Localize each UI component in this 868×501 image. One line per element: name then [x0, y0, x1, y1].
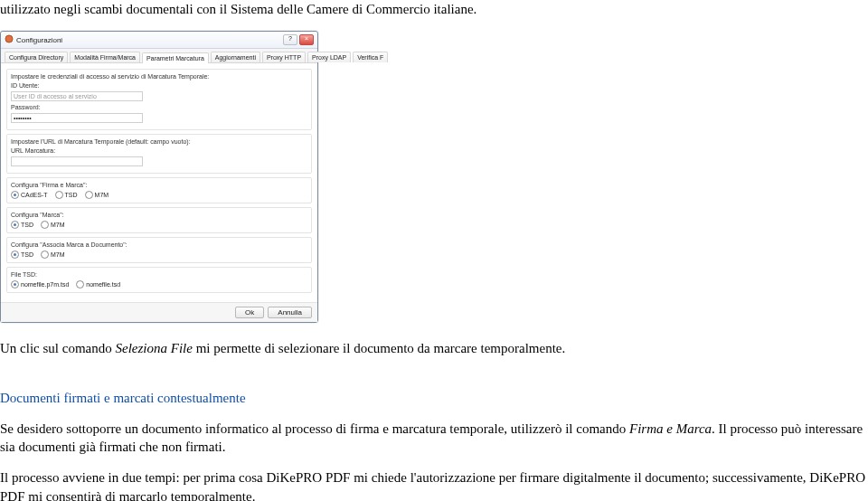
- intro-text: utilizzato negli scambi documentali con …: [0, 2, 476, 16]
- after-dialog-italic: Seleziona File: [115, 341, 192, 355]
- radio-tsd-4[interactable]: TSD: [11, 221, 33, 229]
- section-heading: Documenti firmati e marcati contestualme…: [0, 389, 868, 407]
- radio-m7m-3[interactable]: M7M: [85, 191, 109, 199]
- config-dialog: Configurazioni ? × Configura Directory M…: [0, 31, 318, 323]
- credentials-section: Impostare le credenziali di accesso al s…: [6, 69, 312, 130]
- intro-paragraph: utilizzato negli scambi documentali con …: [0, 0, 868, 18]
- radio-m7m-4[interactable]: M7M: [41, 221, 65, 229]
- tab-aggiornamenti[interactable]: Aggiornamenti: [211, 52, 260, 62]
- paragraph-1: Se desidero sottoporre un documento info…: [0, 420, 868, 457]
- associa-title: Configura "Associa Marca a Documento":: [11, 241, 307, 248]
- pwd-label: Password:: [11, 104, 41, 110]
- paragraph-2: Il processo avviene in due tempi: per pr…: [0, 468, 868, 501]
- tab-parametri-marcatura[interactable]: Parametri Marcatura: [142, 52, 209, 63]
- tab-verifica[interactable]: Verifica F: [353, 52, 388, 62]
- marca-section: Configura "Marca": TSD M7M: [6, 207, 312, 233]
- heading-text: Documenti firmati e marcati contestualme…: [0, 391, 246, 405]
- file-tsd-title: File TSD:: [11, 271, 307, 278]
- ok-button[interactable]: Ok: [235, 307, 264, 318]
- associa-section: Configura "Associa Marca a Documento": T…: [6, 237, 312, 263]
- dialog-title: Configurazioni: [16, 36, 62, 44]
- tab-proxy-ldap[interactable]: Proxy LDAP: [307, 52, 351, 62]
- credentials-title: Impostare le credenziali di accesso al s…: [11, 73, 307, 80]
- p1-i: Firma e Marca: [629, 421, 712, 436]
- radio-file-tsd[interactable]: nomefile.tsd: [76, 280, 120, 288]
- after-dialog-post: mi permette di selezionare il documento …: [193, 341, 565, 355]
- marca-title: Configura "Marca":: [11, 212, 307, 218]
- after-dialog-pre: Un clic sul comando: [0, 341, 115, 355]
- cancel-button[interactable]: Annulla: [268, 307, 312, 318]
- p1-a: Se desidero sottoporre un documento info…: [0, 421, 629, 436]
- radio-tsd-3[interactable]: TSD: [55, 191, 78, 199]
- tab-configura-directory[interactable]: Configura Directory: [5, 52, 68, 62]
- button-row: Ok Annulla: [1, 302, 317, 322]
- titlebar: Configurazioni ? ×: [1, 32, 317, 49]
- pwd-input[interactable]: ••••••••: [11, 113, 143, 123]
- id-label: ID Utente:: [11, 82, 40, 89]
- tab-proxy-http[interactable]: Proxy HTTP: [262, 52, 306, 62]
- url-section: Impostare l'URL di Marcatura Temporale (…: [6, 134, 312, 174]
- url-label: URL Marcatura:: [11, 147, 55, 154]
- close-icon[interactable]: ×: [299, 34, 314, 45]
- url-title: Impostare l'URL di Marcatura Temporale (…: [11, 138, 307, 145]
- radio-file-p7m-tsd[interactable]: nomefile.p7m.tsd: [11, 280, 69, 288]
- tab-modalita-firma-marca[interactable]: Modalità Firma/Marca: [70, 52, 140, 62]
- radio-tsd-5[interactable]: TSD: [11, 250, 33, 259]
- firma-marca-section: Configura "Firma e Marca": CAdES-T TSD M…: [6, 177, 312, 203]
- dialog-body: Impostare le credenziali di accesso al s…: [1, 63, 317, 302]
- id-input[interactable]: User ID di accesso al servizio: [11, 91, 143, 101]
- tab-bar: Configura Directory Modalità Firma/Marca…: [1, 49, 317, 63]
- help-icon[interactable]: ?: [283, 34, 297, 45]
- radio-cades-t[interactable]: CAdES-T: [11, 191, 48, 199]
- svg-point-0: [5, 35, 13, 43]
- firma-marca-title: Configura "Firma e Marca":: [11, 182, 307, 188]
- app-icon: [5, 34, 14, 45]
- url-input[interactable]: [11, 156, 143, 166]
- file-tsd-section: File TSD: nomefile.p7m.tsd nomefile.tsd: [6, 267, 312, 293]
- p2-text: Il processo avviene in due tempi: per pr…: [0, 470, 865, 501]
- radio-m7m-5[interactable]: M7M: [41, 250, 65, 259]
- after-dialog-paragraph: Un clic sul comando Seleziona File mi pe…: [0, 339, 868, 357]
